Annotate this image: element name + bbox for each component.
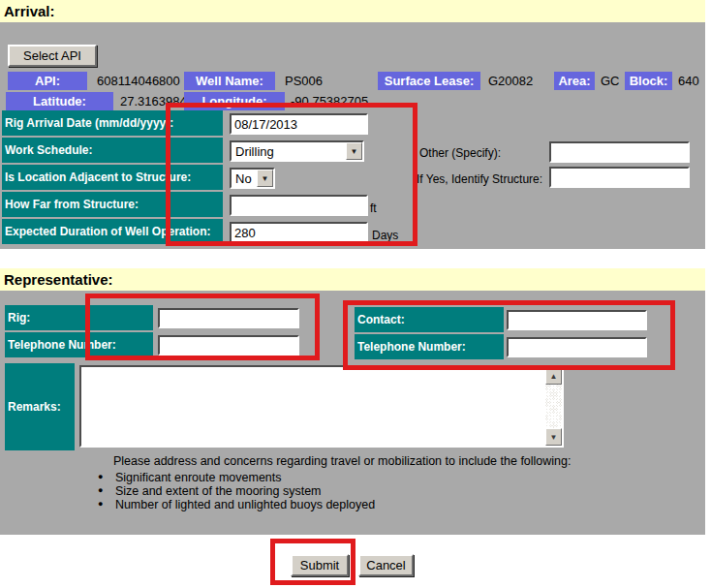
bullet-icon: ● (98, 499, 103, 509)
adjacent-selected-value: No (232, 171, 257, 186)
if-yes-identify-structure-label: If Yes, Identify Structure: (417, 172, 542, 186)
representative-section-header: Representative: (0, 268, 705, 291)
expected-duration-label: Expected Duration of Well Operation: (2, 219, 223, 244)
well-name-value: PS006 (285, 72, 323, 90)
bullet-text: Number of lighted and unlighted buoys de… (115, 498, 375, 511)
bullet-icon: ● (98, 485, 103, 495)
well-name-label: Well Name: (184, 72, 275, 90)
rig-arrival-date-input[interactable] (230, 113, 368, 135)
latitude-value: 27.31639843 (120, 92, 194, 110)
remarks-text-region[interactable] (81, 367, 545, 446)
scroll-down-icon[interactable]: ▼ (545, 428, 562, 446)
cancel-button[interactable]: Cancel (358, 554, 414, 576)
remarks-instructions: Please address and concerns regarding tr… (113, 454, 572, 468)
ewell-arrival-form-page: Arrival: Select API API: 608114046800 We… (0, 0, 711, 588)
rig-telephone-input[interactable] (158, 335, 299, 356)
contact-telephone-input[interactable] (507, 337, 647, 357)
longitude-value: -90.75382705 (291, 92, 368, 110)
expected-duration-input[interactable] (230, 222, 368, 243)
scroll-up-icon[interactable]: ▲ (545, 367, 562, 385)
arrival-section-header: Arrival: (0, 0, 705, 22)
api-value: 608114046800 (97, 72, 180, 90)
contact-input[interactable] (507, 310, 647, 330)
contact-label: Contact: (355, 307, 504, 332)
bullet-icon: ● (98, 472, 103, 481)
arrival-section-title: Arrival: (4, 3, 55, 19)
dropdown-arrow-icon[interactable]: ▼ (257, 170, 273, 187)
remarks-textarea[interactable]: ▲ ▼ (79, 365, 564, 448)
rig-arrival-date-label: Rig Arrival Date (mm/dd/yyyy): (2, 110, 223, 136)
block-label: Block: (625, 72, 672, 90)
dropdown-arrow-icon[interactable]: ▼ (346, 142, 362, 160)
submit-button[interactable]: Submit (291, 554, 349, 576)
how-far-from-structure-label: How Far from Structure: (2, 192, 223, 217)
duration-unit-label: Days (372, 229, 398, 242)
surface-lease-value: G20082 (488, 72, 533, 90)
remarks-label: Remarks: (5, 363, 75, 450)
block-value: 640 (678, 72, 699, 90)
other-specify-input[interactable] (549, 141, 690, 163)
adjacent-to-structure-select[interactable]: No ▼ (230, 168, 275, 189)
latitude-label: Latitude: (6, 92, 113, 110)
area-label: Area: (554, 72, 595, 90)
rig-telephone-label: Telephone Number: (5, 332, 153, 357)
contact-telephone-label: Telephone Number: (355, 334, 504, 359)
surface-lease-label: Surface Lease: (378, 72, 480, 90)
remarks-scrollbar[interactable]: ▲ ▼ (545, 367, 562, 446)
how-far-unit-label: ft (370, 201, 377, 215)
work-schedule-selected-value: Drilling (232, 144, 346, 159)
if-yes-identify-structure-input[interactable] (549, 167, 690, 188)
adjacent-to-structure-label: Is Location Adjacent to Structure: (2, 165, 223, 190)
api-label: API: (8, 72, 87, 90)
select-api-button[interactable]: Select API (8, 45, 97, 67)
longitude-label: Longitude: (184, 92, 285, 110)
work-schedule-label: Work Schedule: (2, 138, 223, 163)
remarks-bullet-item: ● Number of lighted and unlighted buoys … (98, 495, 375, 512)
work-schedule-select[interactable]: Drilling ▼ (230, 140, 364, 162)
other-specify-label: Other (Specify): (419, 146, 501, 160)
how-far-from-structure-input[interactable] (230, 195, 368, 216)
rig-label: Rig: (5, 305, 153, 330)
rig-input[interactable] (158, 308, 299, 328)
area-value: GC (601, 72, 620, 90)
representative-section-title: Representative: (4, 271, 113, 288)
